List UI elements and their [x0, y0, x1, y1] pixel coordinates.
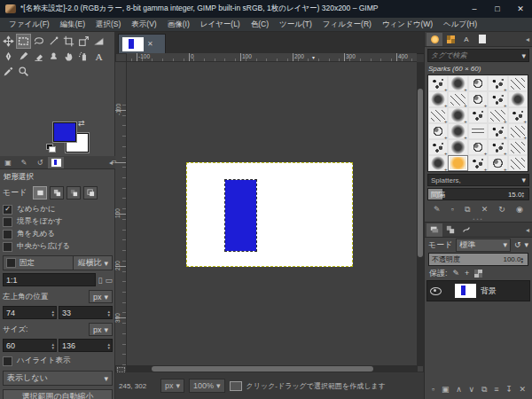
brush-item[interactable]: [468, 155, 488, 171]
size-unit-dropdown[interactable]: px ▾: [89, 323, 113, 336]
position-unit-dropdown[interactable]: px ▾: [89, 290, 113, 303]
mode-subtract-button[interactable]: [66, 186, 81, 200]
navigation-button[interactable]: [417, 365, 424, 372]
expand-center-option[interactable]: 中央から広げる: [3, 240, 113, 253]
lock-alpha-icon[interactable]: [474, 270, 482, 278]
mode-intersect-button[interactable]: [83, 186, 98, 200]
tab-brushes[interactable]: [426, 33, 442, 46]
brush-item[interactable]: [508, 155, 528, 171]
new-brush-icon[interactable]: ▫: [451, 205, 454, 214]
zoom-tool[interactable]: [16, 64, 31, 79]
brush-item[interactable]: [428, 75, 448, 91]
menu-edit[interactable]: 編集(E): [55, 20, 90, 30]
brush-filter-field[interactable]: タグで検索 ▾: [427, 49, 529, 62]
position-x-spinner[interactable]: 74 ▴▾: [3, 306, 57, 319]
brush-item[interactable]: [488, 91, 507, 107]
landscape-orientation-icon[interactable]: ▭: [105, 276, 113, 285]
menu-tools[interactable]: ツール(T): [274, 20, 317, 30]
fixed-dropdown[interactable]: 縦横比 ▾: [73, 256, 112, 270]
vertical-scrollbar[interactable]: [417, 62, 424, 365]
fixed-checkbox[interactable]: [6, 258, 16, 268]
aspect-ratio-input[interactable]: 1:1: [3, 273, 96, 286]
mode-switch-icon[interactable]: ↺: [514, 240, 521, 249]
airbrush-tool[interactable]: [76, 49, 91, 64]
brush-item[interactable]: [508, 91, 528, 107]
horizontal-scroll-thumb[interactable]: [152, 366, 373, 372]
size-width-spinner[interactable]: 60 ▴▾: [3, 339, 57, 352]
tab-menu-arrow-icon[interactable]: ◂: [526, 226, 532, 234]
layer-row[interactable]: 背景: [426, 280, 530, 301]
brush-item[interactable]: [428, 91, 448, 107]
open-brush-icon[interactable]: ◉: [516, 205, 523, 214]
foreground-color-swatch[interactable]: [53, 122, 76, 142]
tab-patterns[interactable]: [442, 33, 458, 46]
size-height-spinner[interactable]: 136 ▴▾: [59, 339, 113, 352]
brush-item[interactable]: [448, 139, 467, 155]
mode-replace-button[interactable]: [33, 186, 47, 200]
feather-option[interactable]: 境界をぼかす: [3, 215, 113, 228]
brush-item[interactable]: [468, 75, 488, 91]
brush-item[interactable]: [508, 123, 528, 139]
brush-tags-field[interactable]: Splatters, ▾: [427, 174, 529, 186]
tab-document-history[interactable]: [474, 33, 490, 46]
image-tab[interactable]: ✕: [118, 34, 166, 53]
lower-layer-icon[interactable]: ∨: [469, 385, 475, 394]
brush-item[interactable]: [508, 107, 528, 123]
brush-item[interactable]: [468, 107, 488, 123]
feather-checkbox[interactable]: [3, 217, 12, 227]
guides-dropdown[interactable]: 表示しない ▾: [3, 371, 113, 386]
menu-colors[interactable]: 色(C): [246, 20, 274, 30]
paintbrush-tool[interactable]: [16, 49, 31, 64]
menu-file[interactable]: ファイル(F): [4, 20, 55, 30]
smudge-tool[interactable]: [61, 49, 76, 64]
brush-item[interactable]: [488, 123, 507, 139]
menu-view[interactable]: 表示(V): [126, 20, 161, 30]
brush-item[interactable]: [428, 139, 448, 155]
tab-undo-history[interactable]: ↺: [32, 157, 48, 168]
tab-fonts[interactable]: A: [458, 33, 474, 46]
brush-item[interactable]: [428, 123, 448, 139]
text-tool[interactable]: A: [91, 49, 106, 64]
eraser-tool[interactable]: [31, 49, 46, 64]
default-colors-icon[interactable]: [46, 144, 55, 152]
brush-item[interactable]: [448, 75, 467, 91]
brush-item[interactable]: [488, 139, 507, 155]
brush-item[interactable]: [448, 91, 467, 107]
free-select-tool[interactable]: [31, 34, 46, 49]
edit-brush-icon[interactable]: ✎: [434, 205, 441, 214]
brush-item-selected[interactable]: [448, 155, 467, 171]
menu-select[interactable]: 選択(S): [90, 20, 126, 30]
brush-item[interactable]: [448, 123, 467, 139]
zoom-dropdown[interactable]: 100% ▾: [189, 379, 225, 393]
brush-item[interactable]: [508, 75, 528, 91]
delete-brush-icon[interactable]: ✕: [481, 205, 489, 214]
antialias-checkbox[interactable]: ✓: [3, 205, 12, 215]
color-picker-tool[interactable]: [1, 64, 16, 79]
position-y-spinner[interactable]: 33 ▴▾: [59, 306, 113, 319]
new-layer-group-icon[interactable]: ▣: [442, 385, 450, 394]
move-tool[interactable]: [1, 34, 16, 49]
minimize-button[interactable]: –: [463, 0, 486, 18]
raise-layer-icon[interactable]: ∧: [456, 385, 462, 394]
highlight-option[interactable]: ハイライト表示: [3, 355, 113, 367]
refresh-brushes-icon[interactable]: ↻: [498, 205, 505, 214]
spin-down-icon[interactable]: ▾: [51, 346, 54, 349]
brush-item[interactable]: [428, 107, 448, 123]
auto-shrink-button[interactable]: 選択範囲の自動縮小: [3, 389, 113, 399]
horizontal-ruler[interactable]: -100 0 100 200 300 400 ▾: [127, 53, 417, 62]
brush-spacing-slider[interactable]: 間隔 15.0 ▴▾: [427, 188, 529, 200]
duplicate-brush-icon[interactable]: ⧉: [465, 205, 470, 215]
lock-pixels-icon[interactable]: ✎: [453, 269, 460, 278]
swap-colors-icon[interactable]: ⇄: [78, 119, 85, 128]
gradient-tool[interactable]: [91, 34, 106, 49]
close-image-icon[interactable]: ✕: [147, 40, 153, 48]
tab-menu-arrow-icon[interactable]: ◂: [526, 35, 532, 43]
ruler-corner-button[interactable]: [115, 53, 127, 62]
rounded-corners-checkbox[interactable]: [3, 230, 12, 239]
tab-images[interactable]: [48, 157, 64, 168]
rounded-corners-option[interactable]: 角を丸める: [3, 228, 113, 240]
highlight-checkbox[interactable]: [3, 356, 12, 366]
quick-mask-toggle[interactable]: [115, 365, 127, 372]
menu-windows[interactable]: ウィンドウ(W): [377, 20, 438, 30]
rectangle-select-tool[interactable]: [16, 34, 31, 49]
